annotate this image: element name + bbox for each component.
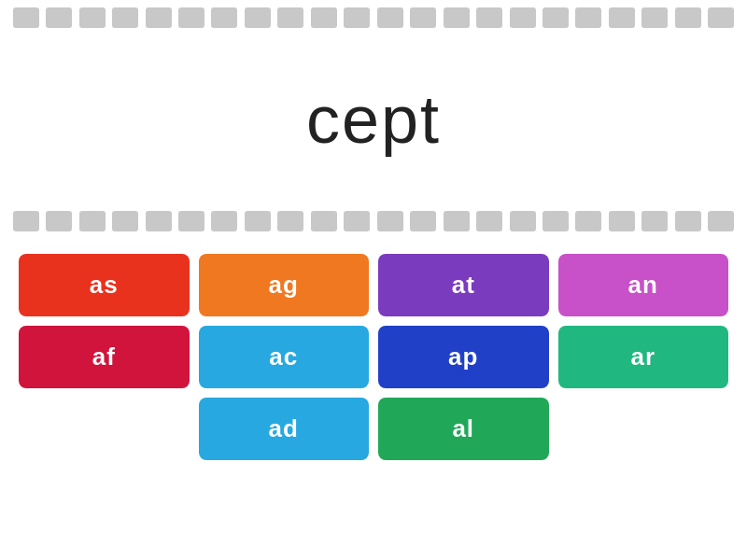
word-display: cept <box>0 35 747 203</box>
perforation <box>211 7 237 28</box>
button-ag[interactable]: ag <box>199 254 370 316</box>
perforations-top <box>0 0 747 35</box>
perforation <box>377 7 403 28</box>
button-ad[interactable]: ad <box>199 398 370 460</box>
perforation <box>444 7 470 28</box>
button-ap[interactable]: ap <box>378 326 549 388</box>
perforation <box>79 7 106 28</box>
perforation <box>245 211 271 231</box>
perforation <box>112 7 138 28</box>
perforation <box>344 7 370 28</box>
perforation <box>410 7 436 28</box>
perforation <box>13 211 39 231</box>
perforation <box>675 7 701 28</box>
perforations-mid <box>0 203 747 239</box>
perforation <box>245 7 271 28</box>
perforation <box>377 211 403 231</box>
perforation <box>277 7 303 28</box>
perforation <box>510 211 536 231</box>
perforation <box>476 211 502 231</box>
perforation <box>543 7 569 28</box>
perforation <box>311 211 337 231</box>
word-text: cept <box>306 81 441 158</box>
perforation <box>13 7 39 28</box>
perforation <box>476 7 502 28</box>
button-ar[interactable]: ar <box>558 326 729 388</box>
perforation <box>609 211 635 231</box>
perforation <box>112 211 138 231</box>
perforation <box>444 211 470 231</box>
perforation <box>410 211 436 231</box>
perforation <box>641 211 668 231</box>
perforation <box>178 211 204 231</box>
perforation <box>79 211 106 231</box>
button-at[interactable]: at <box>378 254 549 316</box>
perforation <box>575 211 601 231</box>
perforation <box>344 211 370 231</box>
perforation <box>641 7 668 28</box>
perforation <box>708 7 734 28</box>
perforation <box>675 211 701 231</box>
button-af[interactable]: af <box>19 326 190 388</box>
perforation <box>543 211 569 231</box>
perforation <box>510 7 536 28</box>
perforation <box>575 7 601 28</box>
perforation <box>146 7 172 28</box>
perforation <box>311 7 337 28</box>
button-ac[interactable]: ac <box>199 326 370 388</box>
perforation <box>277 211 303 231</box>
perforation <box>46 211 72 231</box>
button-an[interactable]: an <box>558 254 729 316</box>
perforation <box>609 7 635 28</box>
button-al[interactable]: al <box>378 398 549 460</box>
perforation <box>708 211 734 231</box>
perforation <box>178 7 204 28</box>
button-as[interactable]: as <box>19 254 190 316</box>
perforation <box>211 211 237 231</box>
perforation <box>146 211 172 231</box>
buttons-area: as ag at an af ac ap ar ad al <box>0 243 747 471</box>
perforation <box>46 7 72 28</box>
